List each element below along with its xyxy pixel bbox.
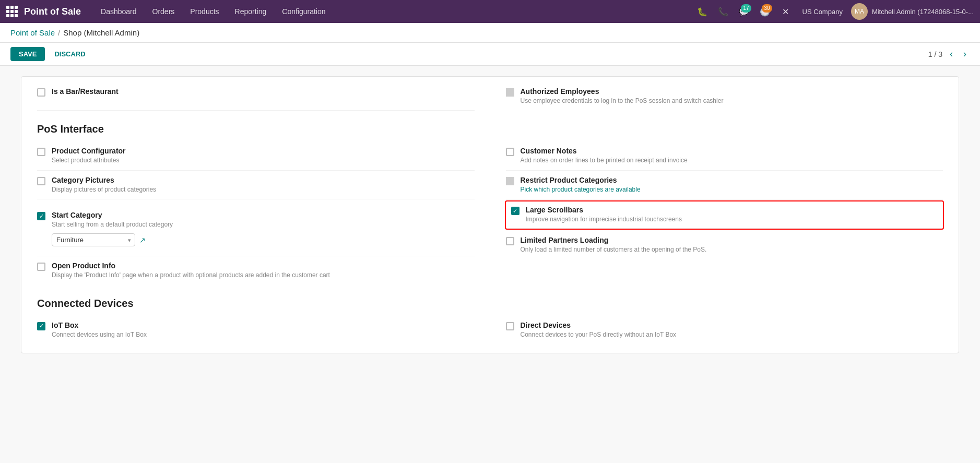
bar-restaurant-setting: Is a Bar/Restaurant [37, 82, 475, 111]
clock-badge: 30 [762, 4, 772, 13]
start-category-desc: Start selling from a default product cat… [52, 220, 475, 229]
close-icon-button[interactable]: ✕ [777, 3, 794, 20]
product-configurator-title: Product Configurator [52, 147, 475, 155]
direct-devices-checkbox[interactable] [506, 322, 514, 330]
app-brand: Point of Sale [24, 6, 81, 17]
authorized-employees-desc: Use employee credentials to log in to th… [521, 97, 943, 105]
main-menu: Dashboard Orders Products Reporting Conf… [93, 4, 692, 19]
customer-notes-desc: Add notes on order lines to be printed o… [521, 156, 943, 165]
large-scrollbars-setting: Large Scrollbars Improve navigation for … [506, 201, 943, 229]
bug-icon-button[interactable]: 🐛 [694, 3, 711, 20]
product-configurator-checkbox[interactable] [37, 148, 45, 156]
start-category-dropdown-wrapper: Furniture ▾ [52, 233, 135, 246]
open-product-info-checkbox[interactable] [37, 263, 45, 271]
clock-icon-button[interactable]: 🕐 30 [757, 3, 773, 20]
category-pictures-checkbox[interactable] [37, 177, 45, 185]
large-scrollbars-checkbox[interactable] [511, 207, 519, 215]
start-category-title: Start Category [52, 211, 475, 219]
customer-notes-setting: Customer Notes Add notes on order lines … [506, 141, 943, 171]
iot-box-title: IoT Box [52, 321, 475, 329]
open-product-info-title: Open Product Info [52, 262, 475, 270]
limited-partners-desc: Only load a limited number of customers … [521, 245, 943, 254]
breadcrumb-parent[interactable]: Point of Sale [10, 28, 55, 37]
customer-notes-title: Customer Notes [521, 147, 943, 155]
save-button[interactable]: SAVE [10, 47, 45, 61]
open-product-info-setting: Open Product Info Display the 'Product I… [37, 256, 475, 285]
menu-dashboard[interactable]: Dashboard [93, 4, 144, 19]
user-avatar[interactable]: MA [851, 3, 868, 20]
company-selector[interactable]: US Company [798, 6, 847, 18]
open-product-info-desc: Display the 'Product Info' page when a p… [52, 271, 475, 280]
user-label[interactable]: Mitchell Admin (17248068-15-0-... [872, 8, 974, 16]
discard-button[interactable]: DISCARD [49, 47, 90, 61]
bar-restaurant-checkbox[interactable] [37, 88, 45, 97]
direct-devices-title: Direct Devices [521, 321, 943, 329]
category-pictures-setting: Category Pictures Display pictures of pr… [37, 171, 475, 200]
connected-devices-header: Connected Devices [37, 298, 943, 310]
pos-interface-grid: Product Configurator Select product attr… [37, 141, 943, 285]
breadcrumb-separator: / [58, 28, 60, 37]
direct-devices-setting: Direct Devices Connect devices to your P… [506, 316, 943, 345]
top-navigation: Point of Sale Dashboard Orders Products … [0, 0, 980, 23]
bar-restaurant-title: Is a Bar/Restaurant [52, 87, 475, 96]
customer-notes-checkbox[interactable] [506, 148, 514, 156]
limited-partners-title: Limited Partners Loading [521, 236, 943, 244]
product-configurator-setting: Product Configurator Select product attr… [37, 141, 475, 171]
restrict-categories-title: Restrict Product Categories [521, 176, 943, 184]
start-category-dropdown[interactable]: Furniture [52, 233, 135, 246]
menu-reporting[interactable]: Reporting [228, 4, 274, 19]
restrict-categories-desc: Pick which product categories are availa… [521, 185, 943, 194]
pos-left-column: Product Configurator Select product attr… [37, 141, 475, 285]
pagination-label: 1 / 3 [928, 50, 942, 58]
authorized-employees-checkbox[interactable] [506, 88, 514, 97]
topnav-right-section: 🐛 📞 💬 17 🕐 30 ✕ US Company MA Mitchell A… [694, 3, 974, 20]
devices-right-column: Direct Devices Connect devices to your P… [506, 316, 943, 345]
restrict-product-categories-setting: Restrict Product Categories Pick which p… [506, 171, 943, 200]
product-configurator-desc: Select product attributes [52, 156, 475, 165]
iot-box-setting: IoT Box Connect devices using an IoT Box [37, 316, 475, 345]
chat-icon-button[interactable]: 💬 17 [736, 3, 752, 20]
devices-left-column: IoT Box Connect devices using an IoT Box [37, 316, 475, 345]
apps-grid-icon[interactable] [6, 6, 18, 17]
authorized-employees-title: Authorized Employees [521, 87, 943, 96]
menu-configuration[interactable]: Configuration [275, 4, 333, 19]
authorized-employees-setting: Authorized Employees Use employee creden… [506, 82, 943, 111]
phone-icon-button[interactable]: 📞 [715, 3, 731, 20]
pos-right-column: Customer Notes Add notes on order lines … [506, 141, 943, 285]
menu-products[interactable]: Products [183, 4, 226, 19]
category-pictures-title: Category Pictures [52, 176, 475, 184]
connected-devices-grid: IoT Box Connect devices using an IoT Box… [37, 316, 943, 345]
limited-partners-checkbox[interactable] [506, 237, 514, 245]
form-toolbar: SAVE DISCARD 1 / 3 ‹ › [0, 43, 980, 66]
chat-badge: 17 [741, 4, 751, 13]
large-scrollbars-desc: Improve navigation for imprecise industr… [526, 215, 938, 224]
breadcrumb-current: Shop (Mitchell Admin) [63, 28, 139, 37]
top-settings-section: Is a Bar/Restaurant Authorized Employees… [21, 76, 959, 353]
direct-devices-desc: Connect devices to your PoS directly wit… [521, 330, 943, 339]
large-scrollbars-title: Large Scrollbars [526, 206, 938, 214]
limited-partners-setting: Limited Partners Loading Only load a lim… [506, 231, 943, 259]
external-link-icon[interactable]: ↗ [139, 236, 146, 244]
restrict-categories-checkbox[interactable] [506, 177, 514, 185]
start-category-checkbox[interactable] [37, 212, 45, 220]
next-record-button[interactable]: › [960, 48, 970, 61]
main-content: Is a Bar/Restaurant Authorized Employees… [0, 66, 980, 460]
iot-box-checkbox[interactable] [37, 322, 45, 330]
pos-interface-header: PoS Interface [37, 123, 943, 135]
prev-record-button[interactable]: ‹ [947, 48, 956, 61]
start-category-setting: Start Category Start selling from a defa… [37, 199, 475, 256]
category-pictures-desc: Display pictures of product categories [52, 185, 475, 194]
iot-box-desc: Connect devices using an IoT Box [52, 330, 475, 339]
breadcrumb: Point of Sale / Shop (Mitchell Admin) [0, 23, 980, 43]
menu-orders[interactable]: Orders [145, 4, 182, 19]
